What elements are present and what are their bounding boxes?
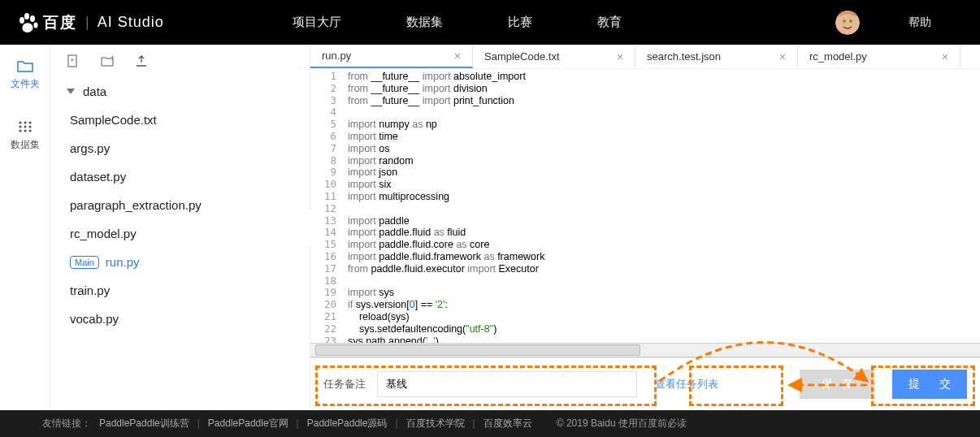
svg-point-14 [24,129,26,132]
footer-link[interactable]: PaddlePaddle官网 [208,418,288,429]
folder-icon [17,59,33,72]
tree-file[interactable]: vocab.py [67,305,310,333]
avatar[interactable] [835,11,860,35]
nav-datasets[interactable]: 数据集 [406,15,443,30]
editor-tabs: run.py×SampleCode.txt×search.test.json×r… [310,45,980,69]
upload-icon[interactable] [135,54,148,67]
tree-file[interactable]: SampleCode.txt [67,106,310,134]
remark-label: 任务备注 [323,377,366,392]
svg-text:+: + [70,56,74,64]
divider: | [85,14,89,31]
studio-text: AI Studio [98,14,164,31]
svg-point-0 [20,17,24,24]
new-folder-icon[interactable]: + [101,54,114,67]
remark-input[interactable] [377,371,637,397]
code-content: from __future__ import absolute_import f… [343,69,980,343]
svg-point-7 [19,121,21,123]
footer-link[interactable]: PaddlePaddle训练营 [99,418,189,429]
footer-link[interactable]: 百度效率云 [483,418,532,429]
line-gutter: 1 2 3 4 5 6 7 8 9 10 11 12 13 14 15 16 1… [310,69,343,343]
svg-point-5 [843,19,846,23]
nav-competitions[interactable]: 比赛 [508,15,532,30]
svg-point-15 [28,129,31,132]
tree-file-active[interactable]: Mainrun.py [67,248,310,276]
file-tree: + + dataSampleCode.txtargs.pydataset.pyp… [50,45,310,410]
editor-tab[interactable]: run.py× [310,45,473,68]
svg-point-8 [24,121,26,123]
view-tasks-link[interactable]: 查看任务列表 [655,377,718,392]
logo[interactable]: 百度 | AI Studio [0,0,179,45]
code-view[interactable]: 1 2 3 4 5 6 7 8 9 10 11 12 13 14 15 16 1… [310,69,980,343]
svg-point-13 [19,129,21,132]
nav-education[interactable]: 教育 [597,15,622,30]
editor-tab[interactable]: SampleCode.txt× [473,45,635,68]
svg-point-3 [33,22,37,28]
svg-point-10 [19,125,21,128]
svg-point-6 [849,19,852,23]
svg-point-9 [28,121,31,123]
main-nav: 项目大厅 数据集 比赛 教育 [179,15,835,30]
footer-link[interactable]: 百度技术学院 [406,418,465,429]
help-link[interactable]: 帮助 [908,15,931,30]
svg-point-1 [24,13,29,19]
footer-label: 友情链接： [42,417,91,431]
rail-files[interactable]: 文件夹 [0,45,50,106]
horizontal-scrollbar[interactable] [310,343,980,357]
grid-icon [17,120,33,133]
tree-dir[interactable]: data [67,77,310,106]
close-icon[interactable]: × [617,50,623,63]
footer-link[interactable]: PaddlePaddle源码 [307,418,388,429]
brand-text: 百度 [43,12,77,33]
close-icon[interactable]: × [942,50,948,63]
submit-button[interactable]: 提 交 [892,370,967,399]
tree-file[interactable]: paragraph_extraction.py [67,191,310,219]
baidu-paw-icon [15,10,41,36]
svg-point-12 [28,125,31,128]
save-button[interactable]: 保存 [800,370,874,399]
footer-copyright: © 2019 Baidu 使用百度前必读 [557,417,687,431]
close-icon[interactable]: × [454,50,461,63]
nav-projects[interactable]: 项目大厅 [293,15,341,30]
tree-file[interactable]: args.py [67,134,310,162]
svg-point-2 [30,15,35,22]
editor-pane: ◀ run.py×SampleCode.txt×search.test.json… [310,45,980,410]
tree-file[interactable]: rc_model.py [67,219,310,248]
new-file-icon[interactable]: + [67,54,80,67]
action-bar: 任务备注 查看任务列表 保存 提 交 [310,357,980,410]
footer: 友情链接： PaddlePaddle训练营|PaddlePaddle官网|Pad… [0,410,980,437]
rail-datasets[interactable]: 数据集 [0,106,50,167]
tree-file[interactable]: dataset.py [67,162,310,191]
left-rail: 文件夹 数据集 [0,45,50,410]
editor-tab[interactable]: search.test.json× [635,45,798,68]
top-nav: 百度 | AI Studio 项目大厅 数据集 比赛 教育 帮助 [0,0,980,45]
svg-point-11 [24,125,26,128]
close-icon[interactable]: × [779,50,786,63]
tree-toolbar: + + [50,45,310,77]
svg-text:+: + [111,54,114,61]
editor-tab[interactable]: rc_model.py× [798,45,960,68]
tree-file[interactable]: train.py [67,276,310,305]
